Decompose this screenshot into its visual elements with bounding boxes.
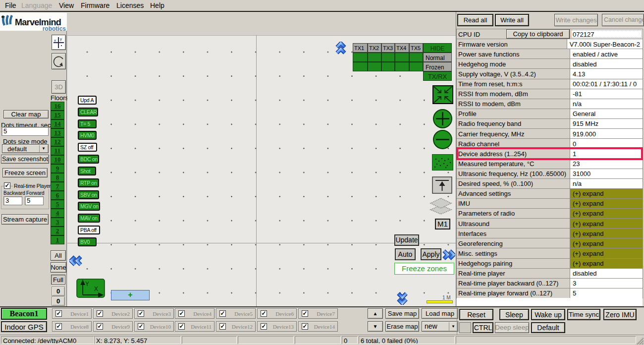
svg-text:X: X xyxy=(94,286,98,292)
svg-text:x: x xyxy=(54,38,56,43)
svg-text:y: y xyxy=(60,37,62,41)
svg-text:Y: Y xyxy=(85,281,89,288)
